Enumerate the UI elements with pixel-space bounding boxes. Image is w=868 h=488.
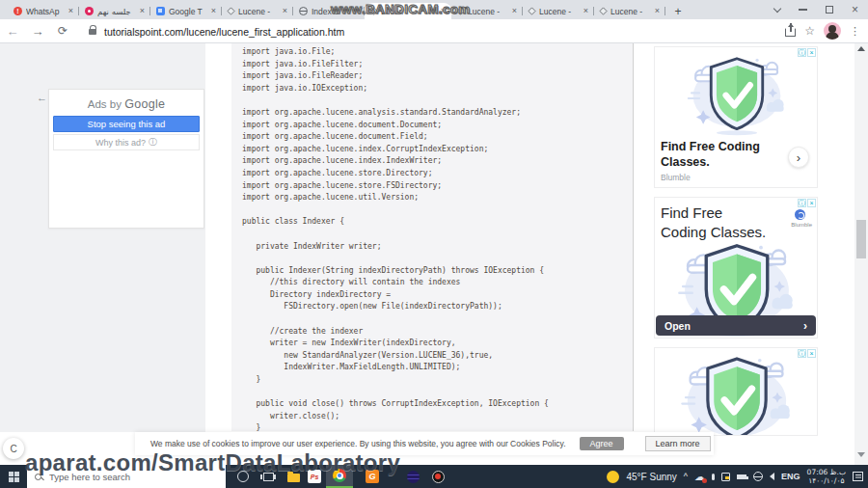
ad-info-icon[interactable]: ⓘ bbox=[798, 199, 806, 207]
weather-text[interactable]: 45°F Sunny bbox=[626, 472, 676, 482]
system-tray: 45°F Sunny ^ ☁ ENG 07:06 ب.ظ ۱۴۰۰/۱۰/۰۵ bbox=[607, 465, 868, 488]
page-content: ← Ads by Google Stop seeing this ad Why … bbox=[0, 43, 868, 465]
why-this-ad-button[interactable]: Why this ad? ⓘ bbox=[53, 134, 200, 150]
google-brand-label: Google bbox=[124, 97, 165, 111]
tab-search-chevron-icon[interactable] bbox=[764, 0, 790, 19]
tab-close-icon[interactable]: × bbox=[512, 7, 517, 15]
language-indicator[interactable]: ENG bbox=[781, 472, 800, 481]
ad-info-icon[interactable]: ⓘ bbox=[798, 349, 806, 358]
share-icon[interactable] bbox=[785, 28, 796, 37]
tab-close-icon[interactable]: × bbox=[68, 7, 73, 15]
minimize-button[interactable] bbox=[790, 0, 816, 19]
microphone-icon[interactable] bbox=[712, 474, 715, 480]
cookie-message: We make use of cookies to improve our us… bbox=[150, 439, 566, 448]
ad-image bbox=[665, 348, 809, 436]
tab-jalase[interactable]: جلسه نهم × bbox=[79, 3, 150, 19]
taskbar-clock[interactable]: 07:06 ب.ظ ۱۴۰۰/۱۰/۰۵ bbox=[807, 468, 846, 485]
ad-chevron-button[interactable]: › bbox=[788, 147, 809, 168]
record-icon bbox=[432, 471, 445, 483]
ad-back-arrow-icon[interactable]: ← bbox=[37, 92, 47, 103]
ad-close-icon[interactable]: × bbox=[807, 349, 816, 358]
tab-lucene-4[interactable]: Lucene - × bbox=[594, 3, 665, 19]
ad-close-icon[interactable]: × bbox=[807, 199, 816, 207]
code-block: import java.io.File; import java.io.File… bbox=[231, 43, 634, 431]
back-button[interactable]: ← bbox=[0, 24, 25, 39]
tab-close-icon[interactable]: × bbox=[140, 7, 145, 15]
time-text: 07:06 ب.ظ bbox=[807, 468, 846, 476]
google-ad-feedback-card: Ads by Google Stop seeing this ad Why th… bbox=[48, 89, 204, 229]
window-close-button[interactable]: × bbox=[842, 0, 868, 19]
ad-card-3[interactable]: ⓘ × bbox=[654, 347, 818, 436]
tab-lucene-1[interactable]: Lucene - × bbox=[222, 3, 293, 19]
tab-whatsapp[interactable]: ! WhatsAp × bbox=[8, 3, 79, 19]
tab-label: Google T bbox=[169, 7, 207, 16]
reload-button[interactable]: ⟳ bbox=[50, 24, 75, 38]
ad-card-1[interactable]: ⓘ × Find Free Coding Classes. › Blumble bbox=[654, 46, 818, 188]
windows-logo-icon bbox=[9, 472, 19, 482]
ads-by-label: Ads by bbox=[88, 98, 122, 110]
tab-label: Lucene - bbox=[238, 7, 279, 16]
browser-toolbar: ← → ⟳ ☆ ⋮ bbox=[0, 19, 868, 43]
maximize-button[interactable] bbox=[816, 0, 842, 19]
ad-close-icon[interactable]: × bbox=[807, 48, 816, 57]
ad-headline: Find Free Coding Classes. bbox=[661, 140, 769, 170]
new-tab-button[interactable]: + bbox=[669, 3, 687, 19]
bookmark-star-icon[interactable]: ☆ bbox=[804, 24, 815, 38]
tab-label: WhatsAp bbox=[26, 7, 65, 16]
ad-info-controls: ⓘ × bbox=[798, 349, 816, 358]
why-this-ad-label: Why this ad? bbox=[95, 138, 146, 148]
security-badge-icon[interactable] bbox=[721, 473, 730, 481]
hidden-icons-caret[interactable]: ^ bbox=[684, 472, 688, 481]
java-code: import java.io.File; import java.io.File… bbox=[231, 43, 633, 431]
chevron-right-icon: › bbox=[803, 319, 807, 333]
tab-lucene-3[interactable]: Lucene - × bbox=[523, 3, 594, 19]
info-icon: ⓘ bbox=[149, 136, 157, 149]
eclipse-icon bbox=[407, 471, 420, 483]
tab-close-icon[interactable]: × bbox=[211, 7, 216, 15]
profile-avatar[interactable] bbox=[824, 22, 841, 40]
tab-label: Lucene - bbox=[610, 7, 651, 16]
tab-close-icon[interactable]: × bbox=[283, 7, 287, 15]
start-button[interactable] bbox=[0, 465, 27, 488]
aparat-watermark: aparat.com/SmartDataLaboratory bbox=[25, 449, 400, 476]
blumble-logo-icon bbox=[795, 209, 805, 220]
network-icon[interactable] bbox=[753, 472, 763, 481]
ad-info-icon[interactable]: ⓘ bbox=[798, 48, 806, 57]
onedrive-icon[interactable]: ☁ bbox=[694, 472, 705, 482]
page-scrollbar[interactable] bbox=[854, 43, 868, 465]
forward-button[interactable]: → bbox=[25, 24, 50, 39]
ad-image bbox=[672, 49, 801, 140]
tab-label: جلسه نهم bbox=[97, 7, 136, 16]
battery-icon[interactable] bbox=[737, 474, 746, 479]
google-favicon-icon bbox=[156, 7, 165, 15]
url-input[interactable] bbox=[102, 25, 507, 39]
action-center-icon[interactable] bbox=[853, 472, 863, 481]
scrollbar-thumb[interactable] bbox=[856, 220, 866, 258]
learn-more-button[interactable]: Learn more bbox=[645, 436, 711, 451]
ad-brand-label: Blumble bbox=[791, 222, 812, 228]
address-bar[interactable] bbox=[102, 22, 785, 40]
open-label: Open bbox=[665, 320, 691, 332]
floating-c-bubble[interactable]: C bbox=[3, 438, 24, 459]
ad-info-controls: ⓘ × bbox=[798, 48, 816, 57]
tab-google[interactable]: Google T × bbox=[150, 3, 222, 19]
ad-open-button[interactable]: Open › bbox=[656, 315, 816, 336]
scroll-down-arrow-icon[interactable] bbox=[857, 452, 865, 457]
ad-card-2[interactable]: ⓘ × Find Free Coding Classes. Blumble bbox=[654, 197, 818, 339]
tab-close-icon[interactable]: × bbox=[655, 7, 660, 15]
weather-sun-icon[interactable] bbox=[607, 471, 619, 483]
bandicam-record-button[interactable] bbox=[426, 465, 449, 488]
padlock-icon bbox=[89, 29, 96, 35]
ad-info-controls: ⓘ × bbox=[798, 199, 816, 207]
agree-button[interactable]: Agree bbox=[580, 437, 624, 450]
eclipse-button[interactable] bbox=[401, 465, 424, 488]
left-ad-region: ← Ads by Google Stop seeing this ad Why … bbox=[0, 43, 205, 432]
scroll-up-arrow-icon[interactable] bbox=[857, 46, 865, 51]
stop-seeing-ad-button[interactable]: Stop seeing this ad bbox=[53, 116, 200, 132]
shield-illustration bbox=[672, 49, 801, 140]
lucene-favicon-icon bbox=[227, 7, 234, 14]
tab-close-icon[interactable]: × bbox=[583, 7, 588, 15]
globe-favicon-icon bbox=[299, 7, 308, 15]
speaker-icon[interactable] bbox=[770, 473, 774, 480]
browser-menu-icon[interactable]: ⋮ bbox=[850, 25, 860, 38]
